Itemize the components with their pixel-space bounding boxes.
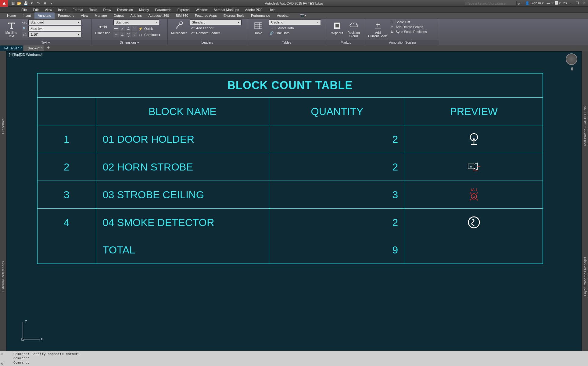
ribbon-tab-performance[interactable]: Performance [248,13,274,19]
properties-palette-tab[interactable]: Properties [2,118,5,134]
command-close-icon[interactable]: ✕ [1,352,3,356]
command-config-icon[interactable]: ⚙ [1,361,3,366]
menu-acrobat-markups[interactable]: Acrobat Markups [211,7,242,12]
sync-scale-button[interactable]: ⇆Sync Scale Positions [389,29,428,34]
ribbon-tab-bim-360[interactable]: BIM 360 [172,13,192,19]
ribbon-tab-parametric[interactable]: Parametric [55,13,77,19]
leader-style-dropdown[interactable]: Standard▾ [190,20,242,25]
add-leader-button[interactable]: ↗⁺Add Leader [190,26,242,30]
menu-view[interactable]: View [42,7,55,12]
block-count-table: BLOCK COUNT TABLE BLOCK NAME QUANTITY PR… [37,73,543,264]
ribbon-tab-featured-apps[interactable]: Featured Apps [192,13,220,19]
window-restore-icon[interactable]: ❐ [575,1,580,6]
exchange-icon[interactable]: — ✕ 🅰 ▾ [547,1,561,5]
viewcube-icon[interactable] [566,53,577,65]
menu-format[interactable]: Format [70,7,86,12]
wipeout-button[interactable]: Wipeout [330,20,344,35]
dim-jog-icon[interactable]: ↯ [132,32,137,37]
panel-title-text[interactable]: Text ▾ [0,40,91,45]
ribbon-tab-annotate[interactable]: Annotate [34,13,55,19]
menu-tools[interactable]: Tools [86,7,100,12]
dim-style-dropdown[interactable]: Standard▾ [113,20,159,25]
text-height-dropdown[interactable]: 3/16"▾ [28,32,81,37]
qat-redo-icon[interactable]: ↷ [36,1,41,6]
dim-ordinate-icon[interactable]: ⊥ [120,32,125,37]
qat-open-icon[interactable]: 📂 [16,1,22,6]
multiline-text-button[interactable]: Multiline Text [2,20,21,38]
ribbon-tab-express-tools[interactable]: Express Tools [220,13,248,19]
qat-undo-icon[interactable]: ↶ [29,1,35,6]
qat-print-icon[interactable]: 🖨 [42,1,48,6]
menu-adobe-pdf[interactable]: Adobe PDF [242,7,266,12]
app-logo[interactable] [0,0,8,7]
qat-new-icon[interactable]: ▦ [10,1,16,6]
close-tab-icon[interactable]: ✕ [41,46,43,49]
infocenter-icon[interactable]: ⌕▾ [518,2,522,5]
dim-baseline-icon[interactable]: ⊢ [113,32,119,37]
ribbon-tab-home[interactable]: Home [4,13,19,19]
dimension-button[interactable]: Dimension [93,20,112,35]
menu-parametric[interactable]: Parametric [152,7,174,12]
menu-dimension[interactable]: Dimension [114,7,136,12]
table-button[interactable]: Table [249,20,268,35]
text-style-dropdown[interactable]: Standard▾ [28,20,81,25]
menu-file[interactable]: File [18,7,30,12]
drawing-tab[interactable]: Smoke*✕ [23,45,44,51]
signin-button[interactable]: 👤 Sign In ▾ [523,1,545,5]
find-text-input[interactable] [28,26,81,31]
xref-palette-tab[interactable]: External References [2,261,5,292]
menu-help[interactable]: Help [266,7,279,12]
ribbon-tab-view[interactable]: View [77,13,91,19]
revision-cloud-button[interactable]: Revision Cloud [346,20,362,38]
dim-aligned-icon[interactable]: ⤢ [120,26,125,31]
menu-draw[interactable]: Draw [100,7,114,12]
add-del-scale-label: Add/Delete Scales [396,25,423,29]
dim-linear-icon[interactable]: ⟷ [113,26,119,31]
dim-angular-icon[interactable]: ∠ [126,26,131,31]
tool-palette-tab[interactable]: Tool Palette - CATHLEENS [583,106,587,146]
link-data-button[interactable]: 🔗Link Data [269,30,321,35]
drawing-tab[interactable]: FA TEST*✕ [0,45,23,51]
menu-insert[interactable]: Insert [55,7,70,12]
panel-title-leaders[interactable]: Leaders [168,40,247,45]
dim-arc-icon[interactable]: ⌒ [132,26,137,31]
dim-radius-icon[interactable]: ◯ [126,32,131,37]
cell-preview [405,209,543,236]
panel-title-tables[interactable]: Tables [247,40,326,45]
ribbon-tab-output[interactable]: Output [110,13,127,19]
ribbon-tab-add-ins[interactable]: Add-ins [127,13,145,19]
close-tab-icon[interactable]: ✕ [20,46,22,49]
ribbon-tab-manage[interactable]: Manage [91,13,110,19]
command-window[interactable]: ✕ ⚙ Command: Specify opposite corner:Com… [0,351,588,366]
add-delete-scales-button[interactable]: ⚖Add/Delete Scales [389,24,428,29]
qat-save-icon[interactable]: 💾 [23,1,28,6]
help-search-input[interactable] [465,1,517,6]
drawing-viewport[interactable]: [−][Top][2D Wireframe] BLOCK COUNT TABLE… [6,51,582,351]
table-style-value: CadEng [271,20,283,24]
ribbon-tab-autodesk-360[interactable]: Autodesk 360 [145,13,172,19]
ribbon-tab-insert[interactable]: Insert [19,13,34,19]
cell-index: 1 [38,125,96,153]
window-minimize-icon[interactable]: — [568,1,574,6]
remove-leader-button[interactable]: ↗⁻Remove Leader [190,30,242,35]
panel-title-dimensions[interactable]: Dimensions ▾ [91,40,167,45]
menu-window[interactable]: Window [192,7,210,12]
menu-edit[interactable]: Edit [30,7,42,12]
extract-data-button[interactable]: ⤓Extract Data [269,26,321,30]
qat-drop-icon[interactable]: ▾ [48,1,54,6]
menu-express[interactable]: Express [174,7,193,12]
quick-dimension-button[interactable]: ⚡Quick [138,26,153,31]
scale-list-button[interactable]: ☰Scale List [389,20,428,24]
add-current-scale-button[interactable]: Add Current Scale [368,20,388,38]
continue-dimension-button[interactable]: ↦Continue ▾ [138,32,161,37]
layer-properties-tab[interactable]: Layer Properties Manager [583,257,587,296]
table-style-dropdown[interactable]: CadEng▾ [269,20,321,25]
window-close-icon[interactable]: ✕ [581,1,586,6]
multileader-button[interactable]: Multileader [170,20,188,35]
menu-modify[interactable]: Modify [136,7,152,12]
ribbon-camera-icon[interactable]: 📷▾ [297,12,310,19]
help-icon[interactable]: ？▾ [562,1,567,5]
viewport-controls[interactable]: [−][Top][2D Wireframe] [9,53,42,56]
ribbon-tab-acrobat[interactable]: Acrobat [274,13,292,19]
new-tab-icon[interactable]: ✚ [44,45,52,51]
